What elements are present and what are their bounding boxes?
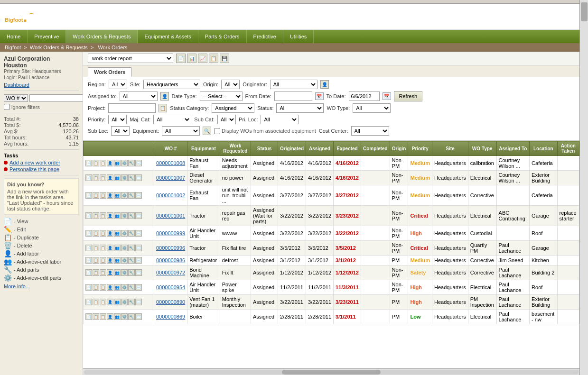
- action-mail[interactable]: ✉️: [135, 245, 142, 251]
- equipment-search-icon[interactable]: 🔍: [203, 127, 211, 135]
- report-icon-3[interactable]: 📈: [198, 54, 207, 63]
- action-gear2[interactable]: 🔧: [128, 245, 135, 251]
- action-gear2[interactable]: 🔧: [128, 299, 135, 305]
- action-gear1[interactable]: ⚙️: [121, 212, 128, 219]
- action-copy1[interactable]: 📋: [93, 192, 99, 199]
- action-gear1[interactable]: ⚙️: [121, 257, 128, 264]
- originator-select[interactable]: All: [270, 80, 317, 89]
- action-mail[interactable]: ✉️: [135, 313, 142, 320]
- action-view[interactable]: 📄: [85, 299, 92, 305]
- to-date-input[interactable]: [349, 91, 380, 101]
- action-mail[interactable]: ✉️: [135, 174, 142, 181]
- action-view[interactable]: 📄: [85, 174, 92, 181]
- action-gear2[interactable]: 🔧: [128, 174, 135, 181]
- action-copy1[interactable]: 📋: [93, 313, 99, 320]
- action-gear2[interactable]: 🔧: [128, 269, 135, 276]
- action-person1[interactable]: 👤: [107, 299, 113, 305]
- h-scroll-thumb[interactable]: [282, 370, 381, 375]
- wo-number-link[interactable]: 0000000972: [156, 270, 185, 275]
- action-gear2[interactable]: 🔧: [128, 313, 135, 320]
- report-select[interactable]: work order report: [88, 54, 173, 63]
- date-type-select[interactable]: -- Select --: [200, 91, 243, 101]
- action-copy1[interactable]: 📋: [93, 269, 99, 276]
- action-gear1[interactable]: ⚙️: [121, 313, 128, 320]
- action-person2[interactable]: 👥: [114, 284, 121, 291]
- equipment-select[interactable]: All: [162, 126, 200, 136]
- action-mail[interactable]: ✉️: [135, 192, 142, 199]
- action-person1[interactable]: 👤: [107, 284, 113, 291]
- action-gear1[interactable]: ⚙️: [121, 230, 128, 237]
- action-view[interactable]: 📄: [85, 192, 92, 199]
- task-add-wo-link[interactable]: Add a new work order: [9, 160, 60, 165]
- action-copy1[interactable]: 📋: [93, 245, 99, 251]
- status-select[interactable]: All: [276, 103, 324, 113]
- maj-cat-select[interactable]: All: [153, 115, 191, 124]
- action-copy2[interactable]: 📋: [100, 174, 106, 181]
- wo-number-link[interactable]: 0000001002: [156, 192, 185, 198]
- nav-preventive[interactable]: Preventive: [28, 30, 66, 43]
- action-person1[interactable]: 👤: [107, 160, 113, 166]
- action-view[interactable]: 📄: [85, 313, 92, 320]
- action-view[interactable]: 📄: [85, 230, 92, 237]
- action-person1[interactable]: 👤: [107, 269, 113, 276]
- action-copy1[interactable]: 📋: [93, 299, 99, 305]
- more-info-link[interactable]: More info...: [4, 284, 79, 289]
- action-view[interactable]: 📄: [85, 245, 92, 251]
- report-icon-2[interactable]: 📊: [187, 54, 196, 63]
- report-icon-4[interactable]: 📋: [209, 54, 218, 63]
- action-view[interactable]: 📄: [85, 212, 92, 219]
- action-view[interactable]: 📄: [85, 284, 92, 291]
- sub-cat-select[interactable]: All: [217, 115, 236, 124]
- task-personalize-link[interactable]: Personalize this page: [9, 166, 59, 172]
- project-input[interactable]: [108, 103, 156, 113]
- h-scroll-track[interactable]: [84, 370, 579, 375]
- wo-number-link[interactable]: 0000000999: [156, 230, 185, 236]
- assigned-to-select[interactable]: All: [120, 91, 158, 101]
- sidebar-dashboard-link[interactable]: Dashboard: [4, 82, 79, 88]
- action-person1[interactable]: 👤: [107, 313, 113, 320]
- action-gear1[interactable]: ⚙️: [121, 160, 128, 166]
- action-view[interactable]: 📄: [85, 269, 92, 276]
- action-person2[interactable]: 👥: [114, 160, 121, 166]
- action-gear2[interactable]: 🔧: [128, 257, 135, 264]
- action-person1[interactable]: 👤: [107, 257, 113, 264]
- to-date-calendar-icon[interactable]: 📅: [383, 92, 391, 100]
- wo-type-filter-select[interactable]: All: [353, 103, 391, 113]
- action-gear2[interactable]: 🔧: [128, 192, 135, 199]
- action-copy2[interactable]: 📋: [100, 299, 106, 305]
- origin-select[interactable]: All: [221, 80, 240, 89]
- action-mail[interactable]: ✉️: [135, 269, 142, 276]
- action-mail[interactable]: ✉️: [135, 160, 142, 166]
- action-copy1[interactable]: 📋: [93, 257, 99, 264]
- action-copy1[interactable]: 📋: [93, 174, 99, 181]
- action-mail[interactable]: ✉️: [135, 257, 142, 264]
- project-icon[interactable]: 📋: [159, 104, 167, 112]
- action-copy2[interactable]: 📋: [100, 245, 106, 251]
- scroll-thumb[interactable]: [581, 2, 588, 21]
- action-copy2[interactable]: 📋: [100, 212, 106, 219]
- action-copy2[interactable]: 📋: [100, 313, 106, 320]
- region-select[interactable]: All: [109, 80, 127, 89]
- from-date-calendar-icon[interactable]: 📅: [315, 92, 324, 100]
- action-person1[interactable]: 👤: [107, 192, 113, 199]
- from-date-input[interactable]: [274, 91, 312, 101]
- vertical-scrollbar[interactable]: [579, 0, 588, 375]
- wo-search-input[interactable]: [29, 94, 83, 102]
- action-copy2[interactable]: 📋: [100, 160, 106, 166]
- action-person2[interactable]: 👥: [114, 174, 121, 181]
- action-copy1[interactable]: 📋: [93, 160, 99, 166]
- action-gear1[interactable]: ⚙️: [121, 269, 128, 276]
- breadcrumb-bigfoot[interactable]: Bigfoot: [5, 45, 21, 50]
- action-view[interactable]: 📄: [85, 257, 92, 264]
- action-gear2[interactable]: 🔧: [128, 212, 135, 219]
- action-gear1[interactable]: ⚙️: [121, 284, 128, 291]
- action-gear2[interactable]: 🔧: [128, 284, 135, 291]
- action-person2[interactable]: 👥: [114, 269, 121, 276]
- status-category-select[interactable]: Assigned: [212, 103, 254, 113]
- action-person1[interactable]: 👤: [107, 245, 113, 251]
- action-mail[interactable]: ✉️: [135, 230, 142, 237]
- action-gear1[interactable]: ⚙️: [121, 192, 128, 199]
- wo-number-link[interactable]: 0000001007: [156, 175, 185, 181]
- action-gear1[interactable]: ⚙️: [121, 245, 128, 251]
- action-mail[interactable]: ✉️: [135, 212, 142, 219]
